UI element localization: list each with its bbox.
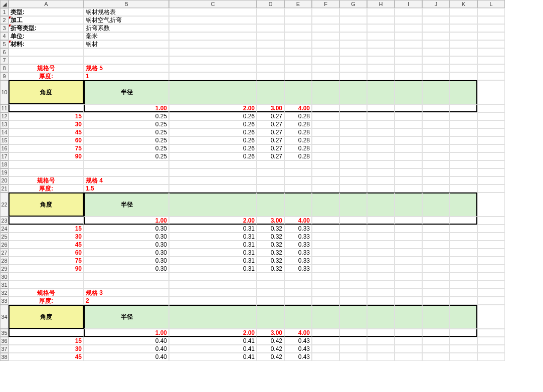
cell[interactable]: [395, 112, 422, 120]
cell[interactable]: [450, 80, 477, 104]
value-spec[interactable]: 规格 3: [84, 289, 169, 297]
cell[interactable]: [257, 48, 284, 56]
data-value[interactable]: 0.33: [284, 241, 312, 249]
cell[interactable]: [395, 168, 422, 176]
cell[interactable]: [395, 297, 422, 305]
cell[interactable]: [312, 24, 339, 32]
cell[interactable]: [257, 80, 284, 104]
cell[interactable]: [477, 297, 505, 305]
cell[interactable]: [450, 56, 477, 64]
data-value[interactable]: 0.42: [257, 337, 284, 345]
label-radius[interactable]: 半径: [84, 80, 169, 104]
cell[interactable]: [477, 24, 505, 32]
value-bendtype[interactable]: 折弯系数: [84, 24, 169, 32]
data-value[interactable]: 0.40: [84, 337, 169, 345]
cell[interactable]: [9, 281, 84, 289]
cell[interactable]: [450, 120, 477, 128]
cell[interactable]: [257, 281, 284, 289]
label-spec-no[interactable]: 规格号: [9, 289, 84, 297]
cell[interactable]: [257, 24, 284, 32]
cell[interactable]: [284, 56, 312, 64]
data-value[interactable]: 0.25: [84, 112, 169, 120]
cell[interactable]: [367, 273, 395, 281]
cell[interactable]: [450, 257, 477, 265]
cell[interactable]: [312, 40, 339, 48]
cell[interactable]: [477, 72, 505, 80]
cell[interactable]: [477, 64, 505, 72]
cell[interactable]: [312, 305, 339, 329]
row-header-14[interactable]: 14: [0, 128, 9, 136]
label-radius[interactable]: 半径: [84, 192, 169, 217]
label-radius[interactable]: 半径: [84, 305, 169, 329]
cell[interactable]: [450, 289, 477, 297]
data-value[interactable]: 0.33: [284, 225, 312, 233]
row-header-28[interactable]: 28: [0, 257, 9, 265]
radius-value[interactable]: 4.00: [284, 329, 312, 337]
data-value[interactable]: 0.42: [257, 345, 284, 353]
cell[interactable]: [422, 345, 450, 353]
cell[interactable]: [169, 297, 257, 305]
cell[interactable]: [450, 160, 477, 168]
cell[interactable]: [284, 297, 312, 305]
cell[interactable]: [367, 128, 395, 136]
cell[interactable]: [395, 64, 422, 72]
col-header-E[interactable]: E: [284, 0, 312, 8]
label-bendtype[interactable]: 折弯类型:: [9, 24, 84, 32]
data-value[interactable]: 0.42: [257, 353, 284, 361]
row-header-32[interactable]: 32: [0, 289, 9, 297]
cell[interactable]: [422, 265, 450, 273]
cell[interactable]: [9, 217, 84, 225]
cell[interactable]: [395, 40, 422, 48]
row-header-3[interactable]: 3: [0, 24, 9, 32]
cell[interactable]: [422, 184, 450, 192]
angle-value[interactable]: 60: [9, 136, 84, 144]
cell[interactable]: [477, 160, 505, 168]
data-value[interactable]: 0.31: [169, 241, 257, 249]
cell[interactable]: [450, 337, 477, 345]
cell[interactable]: [257, 72, 284, 80]
cell[interactable]: [312, 176, 339, 184]
row-header-38[interactable]: 38: [0, 353, 9, 361]
cell[interactable]: [422, 112, 450, 120]
label-angle[interactable]: 角度: [9, 80, 84, 104]
cell[interactable]: [339, 16, 367, 24]
cell[interactable]: [395, 104, 422, 112]
cell[interactable]: [339, 289, 367, 297]
cell[interactable]: [367, 136, 395, 144]
cell[interactable]: [339, 176, 367, 184]
data-value[interactable]: 0.40: [84, 345, 169, 353]
data-value[interactable]: 0.27: [257, 112, 284, 120]
radius-value[interactable]: 1.00: [84, 104, 169, 112]
cell[interactable]: [169, 80, 257, 104]
data-value[interactable]: 0.25: [84, 136, 169, 144]
cell[interactable]: [422, 241, 450, 249]
cell[interactable]: [257, 305, 284, 329]
label-spec-no[interactable]: 规格号: [9, 64, 84, 72]
cell[interactable]: [367, 72, 395, 80]
cell[interactable]: [339, 32, 367, 40]
cell[interactable]: [284, 72, 312, 80]
row-header-19[interactable]: 19: [0, 168, 9, 176]
cell[interactable]: [477, 249, 505, 257]
cell[interactable]: [312, 184, 339, 192]
cell[interactable]: [395, 192, 422, 217]
cell[interactable]: [169, 8, 257, 16]
cell[interactable]: [367, 176, 395, 184]
radius-value[interactable]: 3.00: [257, 104, 284, 112]
cell[interactable]: [339, 297, 367, 305]
cell[interactable]: [422, 160, 450, 168]
cell[interactable]: [257, 184, 284, 192]
cell[interactable]: [284, 305, 312, 329]
cell[interactable]: [284, 64, 312, 72]
cell[interactable]: [312, 273, 339, 281]
cell[interactable]: [312, 265, 339, 273]
cell[interactable]: [312, 136, 339, 144]
cell[interactable]: [169, 176, 257, 184]
cell[interactable]: [339, 160, 367, 168]
cell[interactable]: [450, 112, 477, 120]
data-value[interactable]: 0.28: [284, 128, 312, 136]
cell[interactable]: [450, 32, 477, 40]
cell[interactable]: [450, 176, 477, 184]
cell[interactable]: [312, 329, 339, 337]
radius-value[interactable]: 1.00: [84, 329, 169, 337]
